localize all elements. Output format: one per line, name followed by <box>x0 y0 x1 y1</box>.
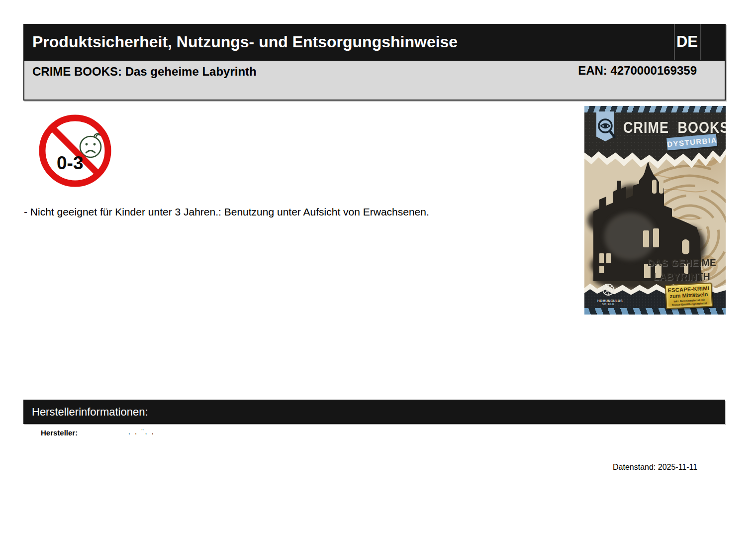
manufacturer-section-title: Herstellerinformationen: <box>32 400 148 424</box>
cover-title-line1: DAS GEHEIME <box>632 256 726 270</box>
header-bar: Produktsicherheit, Nutzungs- und Entsorg… <box>23 24 726 60</box>
product-cover-image: DAS GEHEIME LABYRINTH HOMUNCULUS SPIELE <box>584 106 726 315</box>
ean-value: EAN: 4270000169359 <box>578 64 697 78</box>
publisher-subtitle: SPIELE <box>597 303 619 306</box>
page-title: Produktsicherheit, Nutzungs- und Entsorg… <box>32 24 458 60</box>
cover-title: DAS GEHEIME LABYRINTH <box>632 256 726 284</box>
publisher-logo: HOMUNCULUS SPIELE <box>597 283 619 306</box>
eye-magnifier-icon <box>594 113 620 148</box>
product-title: CRIME BOOKS: Das geheime Labyrinth <box>32 65 257 79</box>
manufacturer-section-bar: Herstellerinformationen: <box>23 400 725 424</box>
manufacturer-label: Hersteller: <box>41 428 78 437</box>
cover-badge: ESCAPE-KRIMI zum Miträtseln inkl. Beweis… <box>665 283 713 310</box>
age-range-label: 0-3 <box>57 153 83 173</box>
tape-stripe-bottom <box>584 308 726 315</box>
no-children-0-3-icon: 0-3 <box>39 113 113 188</box>
header-cell-divider <box>700 24 701 60</box>
product-header: CRIME BOOKS: Das geheime Labyrinth EAN: … <box>23 60 726 101</box>
manufacturer-value: , , ¨, , <box>128 428 155 435</box>
product-safety-document: Produktsicherheit, Nutzungs- und Entsorg… <box>0 0 756 535</box>
language-badge: DE <box>674 24 700 60</box>
data-date-note: Datenstand: 2025-11-11 <box>613 463 697 472</box>
safety-notice: - Nicht geeignet für Kinder unter 3 Jahr… <box>24 206 429 218</box>
gear-emblem-icon <box>601 283 615 297</box>
publisher-name: HOMUNCULUS <box>597 299 619 303</box>
cover-title-line2: LABYRINTH <box>632 270 726 284</box>
